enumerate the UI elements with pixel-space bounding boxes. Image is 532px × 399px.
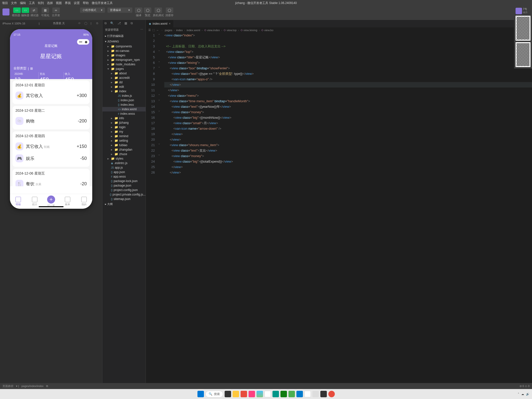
tree-remind[interactable]: ▸📁remind	[102, 134, 146, 138]
project-avatar[interactable]	[2, 8, 9, 15]
taskbar-search[interactable]: 🔍 搜索	[205, 391, 223, 398]
tree-index.wxml[interactable]: <>index.wxml	[102, 107, 146, 111]
tree-miniprogram_npm[interactable]: ▸📁miniprogram_npm	[102, 58, 146, 62]
tree-jizhang[interactable]: ▸📁jizhang	[102, 120, 146, 125]
bookmark-icon[interactable]: ⬚	[152, 28, 155, 32]
record-item[interactable]: 🛍购物-200	[15, 115, 87, 127]
editor-button[interactable]: ▭	[22, 7, 29, 13]
section-project[interactable]: ▾ JIZHANG	[102, 39, 146, 44]
record-item[interactable]: 🍴餐饮水果-20	[15, 178, 87, 186]
taskview-icon[interactable]	[225, 391, 231, 397]
menu-界面[interactable]: 界面	[65, 1, 71, 5]
tree-zhangdan[interactable]: ▸📁zhangdan	[102, 147, 146, 152]
tree-setting[interactable]: ▸📁setting	[102, 138, 146, 143]
search-icon[interactable]: 🔍	[110, 21, 114, 25]
chrome-icon[interactable]	[304, 391, 311, 397]
tree-package.json[interactable]: {}package.json	[102, 183, 146, 188]
forward-icon[interactable]: →	[161, 29, 163, 32]
tree-info[interactable]: ▸📁info	[102, 116, 146, 120]
menu-微信开发者工具[interactable]: 微信开发者工具	[92, 1, 113, 5]
tab-我的[interactable]: 我的	[76, 194, 92, 209]
netease-icon[interactable]	[241, 391, 247, 397]
tree-index.wxss[interactable]: #index.wxss	[102, 111, 146, 116]
copy-icon[interactable]: ⧉	[46, 385, 48, 388]
start-button[interactable]	[197, 391, 204, 397]
breadcrumb[interactable]: ☰ ⬚ ← → pages›index›index.wxml›◇ view.in…	[146, 27, 532, 33]
section-outline[interactable]: ▸ 大纲	[102, 201, 146, 207]
refresh-icon[interactable]: ⟳	[78, 22, 82, 25]
tree-app.json[interactable]: {}app.json	[102, 170, 146, 174]
back-icon[interactable]: ←	[156, 29, 159, 32]
compile-select[interactable]: 普通编译▾	[107, 7, 132, 13]
tree-index[interactable]: ▾📁index	[102, 89, 146, 94]
tree-index.json[interactable]: {}index.json	[102, 98, 146, 102]
tree-.eslintrc.js[interactable]: ◉.eslintrc.js	[102, 161, 146, 165]
device-icon[interactable]: ▯	[90, 22, 94, 25]
app-icon[interactable]	[272, 391, 279, 397]
record-item[interactable]: 💰其它收入+300	[15, 90, 87, 101]
breadcrumb-item[interactable]: pages	[165, 29, 172, 32]
tree-node_modules[interactable]: ▸📁node_modules	[102, 62, 146, 67]
清缓存-button[interactable]: ◯	[166, 7, 173, 13]
tree-images[interactable]: ▸📁images	[102, 53, 146, 58]
menu-项目[interactable]: 项目	[2, 1, 8, 5]
home-icon[interactable]: ◯	[84, 22, 88, 25]
record-item[interactable]: 🎮娱乐-50	[15, 152, 87, 164]
tree-index.js[interactable]: JSindex.js	[102, 94, 146, 98]
真机调试-button[interactable]: ◯	[155, 7, 162, 13]
phone-simulator[interactable]: 17:15 95% •••◉ 星星记账 星星记账 全部类型 | ⊞ 2024年1…	[10, 29, 92, 209]
tree-edit[interactable]: ▸📁edit	[102, 85, 146, 89]
code-editor[interactable]: 1234567891011121314151617181920212223242…	[146, 33, 532, 383]
capsule-button[interactable]: •••◉	[77, 39, 89, 45]
tree-package-lock.json[interactable]: {}package-lock.json	[102, 179, 146, 183]
tray-chevron-icon[interactable]: ˄	[518, 393, 519, 396]
more-icon[interactable]: ⋯	[140, 28, 143, 32]
app-icon[interactable]	[257, 391, 263, 397]
tree-ec-canvas[interactable]: ▸📁ec-canvas	[102, 49, 146, 53]
tree-index.less[interactable]: {}index.less	[102, 102, 146, 107]
menu-选择[interactable]: 选择	[47, 1, 53, 5]
wechat-icon[interactable]	[288, 391, 295, 397]
menu-视图[interactable]: 视图	[56, 1, 62, 5]
breadcrumb-item[interactable]: ◇ view.leixing	[241, 28, 258, 32]
tree-about[interactable]: ▸📁about	[102, 71, 146, 76]
app-icon[interactable]	[265, 391, 271, 397]
tree-sitemap.json[interactable]: {}sitemap.json	[102, 197, 146, 201]
menu-文件[interactable]: 文件	[11, 1, 17, 5]
menu-帮助[interactable]: 帮助	[83, 1, 89, 5]
tray-icon[interactable]: 🔊	[526, 393, 530, 396]
layer-icon[interactable]: ⧉	[131, 21, 133, 25]
tree-app.wxss[interactable]: #app.wxss	[102, 174, 146, 179]
user-avatar[interactable]	[516, 8, 522, 14]
page-path[interactable]: pages/index/index	[21, 385, 44, 388]
tree-project.config.json[interactable]: {}project.config.json	[102, 188, 146, 192]
section-open-editors[interactable]: ▸ 打开的编辑器	[102, 33, 146, 39]
tree-app.js[interactable]: JSapp.js	[102, 165, 146, 170]
simulator-button[interactable]: ▭	[13, 7, 21, 13]
tab-index-wxml[interactable]: ◆ index.wxml ×	[146, 20, 174, 27]
tree-zhuce[interactable]: ▸📁zhuce	[102, 152, 146, 156]
apps-icon[interactable]: ⊞	[30, 67, 33, 70]
tree-dd[interactable]: ▸📁dd	[102, 80, 146, 85]
breadcrumb-item[interactable]: ◇ view.index	[204, 28, 220, 32]
cloud-button[interactable]: ∞	[52, 7, 60, 13]
explorer-icon[interactable]	[233, 391, 239, 397]
breadcrumb-item[interactable]: ◇ view.top	[224, 28, 237, 32]
debugger-button[interactable]: ⇄	[30, 7, 38, 13]
popout-icon[interactable]: ⧉	[96, 22, 100, 25]
tree-accredit[interactable]: ▸📁accredit	[102, 76, 146, 80]
files-icon[interactable]: ⧉	[104, 21, 107, 25]
hot-reload-toggle[interactable]: 热重载 关	[53, 21, 65, 25]
tab-明细[interactable]: 明细	[10, 194, 26, 209]
menu-工具[interactable]: 工具	[29, 1, 35, 5]
device-select[interactable]: iPhone X 100% 16	[2, 22, 25, 25]
tree-tubiao[interactable]: ▸📁tubiao	[102, 143, 146, 147]
close-icon[interactable]: ×	[169, 22, 171, 25]
mode-select[interactable]: 小程序模式▾	[80, 7, 105, 13]
breadcrumb-item[interactable]: index	[176, 29, 183, 32]
box-icon[interactable]: ▦	[124, 21, 127, 25]
vscode-icon[interactable]	[296, 391, 303, 397]
wps-icon[interactable]	[280, 391, 287, 397]
tree-project.private.config.js...[interactable]: {}project.private.config.js...	[102, 192, 146, 197]
tree-login[interactable]: ▸📁login	[102, 125, 146, 129]
